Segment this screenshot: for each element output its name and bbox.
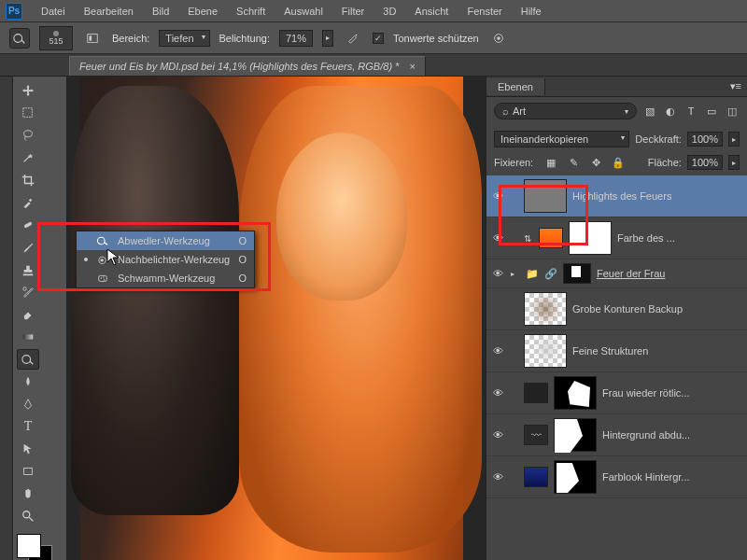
flyout-item-burn[interactable]: Nachbelichter-Werkzeug O: [77, 250, 254, 269]
menu-help[interactable]: Hilfe: [512, 2, 551, 21]
menu-select[interactable]: Auswahl: [275, 2, 332, 21]
lock-pixels[interactable]: ✎: [565, 155, 582, 170]
layer-row[interactable]: 👁 ⇅ Farbe des ...: [486, 217, 747, 259]
visibility-toggle[interactable]: 👁: [490, 385, 505, 400]
flyout-item-sponge[interactable]: Schwamm-Werkzeug O: [77, 269, 254, 287]
menu-file[interactable]: Datei: [32, 2, 75, 21]
layer-row[interactable]: Grobe Konturen Backup: [486, 288, 747, 330]
menu-edit[interactable]: Bearbeiten: [75, 2, 143, 21]
brush-preset-picker[interactable]: 515: [39, 26, 73, 50]
eraser-tool[interactable]: [17, 304, 39, 325]
group-mask[interactable]: [563, 263, 591, 284]
range-dropdown[interactable]: Tiefen: [159, 30, 209, 47]
layer-thumbnail[interactable]: [524, 292, 567, 326]
collapsed-panel-strip[interactable]: [0, 77, 13, 560]
document-tab[interactable]: Feuer und Eis by MDI.psd bei 14,1% (High…: [69, 56, 426, 76]
layer-mask-thumbnail[interactable]: [554, 460, 597, 494]
visibility-toggle[interactable]: 👁: [490, 189, 505, 203]
panel-menu-icon[interactable]: ▾≡: [725, 80, 747, 92]
menu-view[interactable]: Ansicht: [405, 2, 458, 21]
layer-row[interactable]: 👁 Highlights des Feuers: [486, 175, 747, 217]
layers-tab[interactable]: Ebenen: [486, 78, 545, 95]
menu-layer[interactable]: Ebene: [178, 2, 227, 21]
pressure-toggle[interactable]: [488, 28, 509, 49]
layer-filter[interactable]: ⌕ Art ▾: [494, 103, 637, 119]
selection-tool[interactable]: [17, 103, 39, 123]
hand-tool[interactable]: [17, 483, 39, 504]
layer-row[interactable]: 👁 Frau wieder rötlic...: [486, 372, 747, 414]
magic-wand-tool[interactable]: [17, 147, 39, 168]
layer-mask-thumbnail[interactable]: [569, 221, 612, 255]
pen-tool[interactable]: [17, 394, 39, 414]
visibility-toggle[interactable]: 👁: [490, 266, 505, 281]
adjustment-thumbnail[interactable]: [524, 467, 548, 487]
document-canvas[interactable]: [80, 77, 463, 560]
foreground-swatch[interactable]: [17, 534, 41, 558]
layer-thumbnail[interactable]: [524, 334, 567, 368]
layer-row[interactable]: 👁 〰 Hintergrund abdu...: [486, 414, 747, 456]
filter-pixel-icon[interactable]: ▧: [642, 104, 657, 119]
layer-row[interactable]: 👁 Feine Strukturen: [486, 330, 747, 372]
gradient-tool[interactable]: [17, 327, 39, 347]
lock-transparency[interactable]: ▦: [543, 155, 559, 170]
shape-tool[interactable]: [17, 461, 39, 482]
current-tool-icon[interactable]: [9, 28, 30, 49]
move-tool[interactable]: [17, 80, 39, 101]
menu-3d[interactable]: 3D: [374, 2, 405, 21]
visibility-toggle[interactable]: 👁: [490, 427, 505, 442]
exposure-stepper[interactable]: ▸: [322, 30, 333, 47]
layer-name[interactable]: Grobe Konturen Backup: [572, 303, 743, 315]
path-select-tool[interactable]: [17, 439, 39, 459]
opacity-stepper[interactable]: ▸: [728, 132, 740, 147]
blur-tool[interactable]: [17, 371, 39, 392]
airbrush-toggle[interactable]: [343, 28, 363, 49]
lock-position[interactable]: ✥: [587, 155, 604, 170]
fill-stepper[interactable]: ▸: [728, 155, 740, 170]
blend-mode-dropdown[interactable]: Ineinanderkopieren: [494, 131, 629, 147]
layer-name[interactable]: Farblook Hintergr...: [602, 471, 743, 483]
crop-tool[interactable]: [17, 170, 39, 190]
zoom-tool[interactable]: [17, 506, 39, 526]
lasso-tool[interactable]: [17, 125, 39, 146]
canvas-area[interactable]: [67, 77, 486, 560]
menu-filter[interactable]: Filter: [332, 2, 374, 21]
fill-value[interactable]: 100%: [687, 155, 723, 170]
layer-row[interactable]: 👁 Farblook Hintergr...: [486, 456, 747, 498]
adjustment-thumbnail[interactable]: [539, 228, 563, 248]
color-swatches[interactable]: [17, 534, 62, 560]
layer-name[interactable]: Feine Strukturen: [572, 345, 743, 357]
layer-name[interactable]: Farbe des ...: [617, 232, 743, 244]
filter-adjust-icon[interactable]: ◐: [663, 104, 678, 119]
adjustment-thumbnail[interactable]: [524, 383, 548, 403]
history-brush-tool[interactable]: [17, 282, 39, 302]
layer-name[interactable]: Hintergrund abdu...: [602, 429, 743, 441]
layer-name[interactable]: Feuer der Frau: [597, 268, 743, 279]
opacity-value[interactable]: 100%: [687, 132, 723, 147]
layer-name[interactable]: Highlights des Feuers: [572, 190, 743, 202]
lock-all[interactable]: 🔒: [610, 155, 627, 170]
visibility-toggle[interactable]: 👁: [490, 469, 505, 484]
filter-smart-icon[interactable]: ◫: [725, 104, 740, 119]
dodge-burn-tool[interactable]: [17, 349, 39, 370]
menu-window[interactable]: Fenster: [458, 2, 511, 21]
visibility-toggle[interactable]: 👁: [490, 231, 505, 245]
flyout-item-dodge[interactable]: Abwedler-Werkzeug O: [77, 231, 254, 250]
menu-image[interactable]: Bild: [143, 2, 178, 21]
brush-tool[interactable]: [17, 237, 39, 258]
stamp-tool[interactable]: [17, 259, 39, 280]
layer-name[interactable]: Frau wieder rötlic...: [602, 387, 743, 399]
filter-shape-icon[interactable]: ▭: [704, 104, 719, 119]
expand-icon[interactable]: ▸: [511, 270, 520, 278]
filter-type-icon[interactable]: T: [684, 104, 698, 119]
visibility-toggle[interactable]: [490, 301, 505, 316]
protect-tones-checkbox[interactable]: ✓: [373, 33, 384, 44]
layer-group-row[interactable]: 👁 ▸ 📁 🔗 Feuer der Frau: [486, 259, 747, 288]
layer-mask-thumbnail[interactable]: [554, 418, 597, 452]
brush-panel-toggle[interactable]: [82, 28, 103, 49]
layer-thumbnail[interactable]: [524, 179, 567, 213]
menu-type[interactable]: Schrift: [227, 2, 275, 21]
layer-mask-thumbnail[interactable]: [554, 376, 597, 410]
type-tool[interactable]: T: [17, 416, 39, 437]
close-tab-icon[interactable]: ×: [409, 61, 415, 72]
exposure-value[interactable]: 71%: [279, 30, 313, 47]
